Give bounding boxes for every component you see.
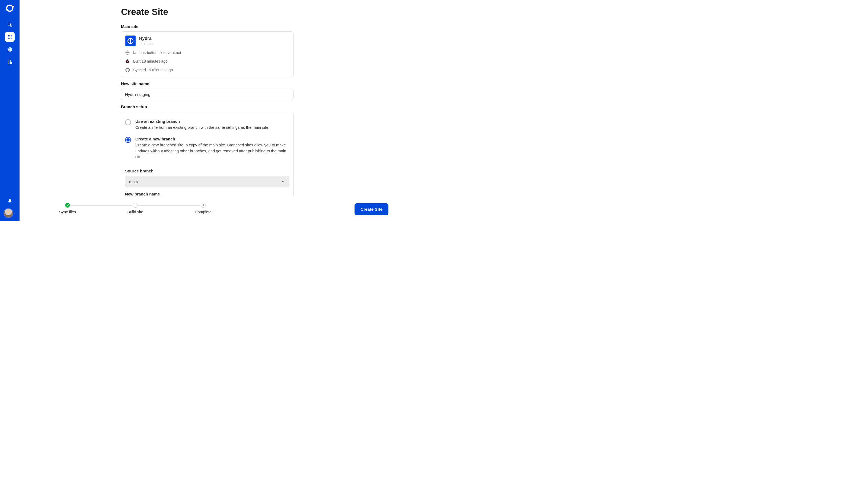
svg-point-1 — [12, 6, 14, 7]
sidebar-item-org[interactable] — [5, 57, 14, 67]
step-complete: 3 Complete — [169, 203, 237, 214]
site-built-row: Built 18 minutes ago — [125, 59, 289, 64]
notifications-button[interactable] — [5, 199, 14, 203]
svg-point-7 — [11, 35, 12, 36]
radio-existing-title: Use an existing branch — [135, 119, 269, 124]
radio-existing-desc: Create a site from an existing branch wi… — [135, 125, 269, 131]
new-branch-name-label: New branch name — [125, 192, 289, 196]
main-content-scroll[interactable]: Create Site Main site Hydra main — [20, 0, 395, 197]
sidebar-item-apps[interactable] — [5, 32, 14, 42]
step-label: Sync files — [59, 210, 76, 214]
svg-point-18 — [140, 42, 140, 43]
branch-option-existing[interactable]: Use an existing branch Create a site fro… — [125, 118, 289, 135]
step-label: Complete — [195, 210, 212, 214]
source-branch-label: Source branch — [125, 169, 289, 173]
svg-point-2 — [6, 9, 7, 10]
sidebar-bottom — [4, 199, 16, 218]
bell-icon — [8, 199, 12, 203]
account-menu[interactable] — [4, 209, 16, 218]
radio-existing[interactable] — [125, 119, 131, 125]
site-icon — [125, 35, 136, 46]
avatar — [4, 209, 13, 218]
branch-setup-label: Branch setup — [121, 104, 293, 109]
devices-icon — [7, 22, 12, 27]
svg-rect-15 — [8, 60, 10, 64]
site-branch-row: main — [139, 41, 152, 46]
step-dot: 2 — [133, 203, 138, 208]
step-dot-done — [65, 203, 70, 208]
site-synced-text: Synced 19 minutes ago — [133, 68, 173, 72]
svg-point-20 — [142, 43, 142, 44]
step-label: Build site — [127, 210, 144, 214]
svg-point-16 — [10, 62, 12, 64]
main-site-card: Hydra main famous-button.cloudvent.net — [121, 31, 293, 77]
site-domain-row: famous-button.cloudvent.net — [125, 50, 289, 55]
step-build-site: 2 Build site — [101, 203, 169, 214]
new-site-name-input[interactable] — [121, 89, 293, 100]
site-name: Hydra — [139, 36, 152, 41]
globe-icon — [125, 50, 130, 55]
grid-icon — [7, 34, 12, 39]
source-branch-value: main — [129, 180, 138, 184]
branch-option-new[interactable]: Create a new branch Create a new branche… — [125, 135, 289, 164]
site-domain: famous-button.cloudvent.net — [133, 51, 181, 55]
step-dot: 3 — [201, 203, 206, 208]
site-built-text: Built 18 minutes ago — [133, 59, 167, 63]
svg-point-10 — [11, 37, 12, 37]
build-status-icon — [125, 59, 130, 64]
svg-point-5 — [8, 35, 9, 36]
footer-bar: Sync files 2 Build site 3 Complete Creat… — [20, 197, 395, 221]
svg-point-11 — [8, 38, 9, 39]
branch-setup-card: Use an existing branch Create a site fro… — [121, 112, 293, 197]
branch-icon — [139, 42, 143, 45]
svg-point-0 — [9, 7, 11, 9]
site-synced-row: Synced 19 minutes ago — [125, 67, 289, 72]
svg-point-9 — [9, 37, 10, 37]
sidebar — [0, 0, 20, 221]
svg-point-6 — [9, 35, 10, 36]
create-site-button[interactable]: Create Site — [354, 203, 389, 215]
svg-point-8 — [8, 37, 9, 37]
caret-right-icon — [13, 212, 16, 214]
svg-point-13 — [11, 38, 12, 39]
radio-new-title: Create a new branch — [135, 137, 287, 141]
main-site-label: Main site — [121, 24, 293, 29]
radio-new[interactable] — [125, 137, 131, 143]
logo-icon — [5, 4, 14, 12]
sidebar-item-globe[interactable] — [5, 44, 14, 54]
globe-icon — [7, 47, 12, 52]
progress-steps: Sync files 2 Build site 3 Complete — [34, 203, 237, 214]
step-sync-files: Sync files — [34, 203, 101, 214]
chevron-down-icon — [281, 180, 285, 184]
new-site-name-label: New site name — [121, 82, 293, 86]
sidebar-item-devices[interactable] — [5, 20, 14, 29]
site-branch-name: main — [144, 41, 152, 46]
page-title: Create Site — [121, 6, 293, 17]
sidebar-nav — [5, 20, 14, 67]
svg-point-12 — [9, 38, 10, 39]
source-branch-select[interactable]: main — [125, 176, 289, 187]
content-column: Create Site Main site Hydra main — [121, 6, 293, 197]
radio-new-desc: Create a new branched site, a copy of th… — [135, 142, 287, 160]
github-icon — [125, 67, 130, 72]
svg-point-19 — [140, 44, 140, 45]
check-icon — [66, 204, 69, 206]
building-gear-icon — [7, 59, 12, 65]
